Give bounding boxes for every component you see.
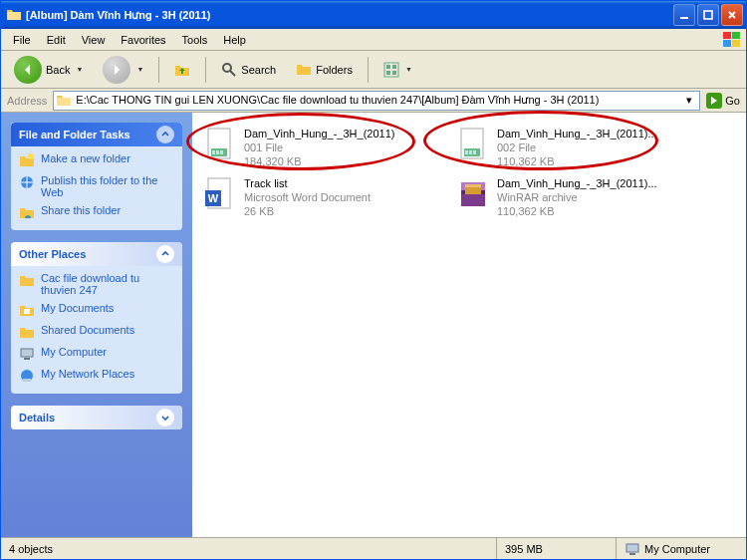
panel-title: Details [19, 412, 55, 423]
up-button[interactable] [167, 58, 197, 82]
file-type: WinRAR archive [497, 190, 657, 204]
close-button[interactable] [721, 4, 743, 26]
menu-file[interactable]: File [5, 32, 39, 48]
panel-title: Other Places [19, 248, 86, 260]
place-my-computer[interactable]: My Computer [19, 346, 174, 362]
task-label: My Network Places [41, 368, 134, 380]
status-location: My Computer [617, 538, 746, 559]
task-label: Publish this folder to the Web [41, 174, 174, 198]
chevron-down-icon: ▼ [405, 66, 412, 73]
panel-heading[interactable]: Other Places [11, 242, 182, 266]
go-button[interactable]: Go [706, 93, 740, 109]
panel-other-places: Other Places Cac file download tu thuvie… [11, 242, 182, 394]
up-folder-icon [174, 62, 190, 78]
search-button[interactable]: Search [214, 58, 283, 82]
toolbar-separator [205, 57, 206, 83]
svg-rect-24 [220, 150, 223, 154]
svg-rect-17 [24, 358, 30, 360]
file-size: 184,320 KB [244, 154, 394, 168]
forward-icon [103, 56, 130, 84]
search-label: Search [241, 64, 276, 76]
computer-icon [624, 541, 640, 557]
file-item[interactable]: W Track listMicrosoft Word Document26 KB [200, 174, 445, 220]
place-parent-folder[interactable]: Cac file download tu thuvien 247 [19, 272, 174, 296]
expand-icon [156, 409, 174, 426]
menu-edit[interactable]: Edit [39, 32, 74, 48]
address-bar: Address E:\Cac THONG TIN gui LEN XUONG\C… [1, 89, 746, 113]
file-item[interactable]: Dam_Vinh_Hung_-_3H_(2011)...002 File110,… [453, 125, 698, 170]
chevron-down-icon: ▼ [136, 66, 143, 73]
panel-details: Details [11, 406, 182, 429]
place-my-documents[interactable]: My Documents [19, 302, 174, 318]
forward-button[interactable]: ▼ [96, 52, 150, 88]
address-path: E:\Cac THONG TIN gui LEN XUONG\Cac file … [76, 94, 677, 107]
svg-rect-0 [680, 17, 688, 19]
file-icon [202, 127, 238, 162]
title-bar: [Album] Dàm Vĩnh Hưng - 3H (2011) [1, 1, 746, 29]
folder-icon [19, 272, 35, 288]
back-icon [14, 56, 42, 84]
folders-button[interactable]: Folders [289, 58, 360, 82]
menu-help[interactable]: Help [215, 32, 254, 48]
panel-heading[interactable]: Details [11, 406, 182, 429]
file-item[interactable]: Dam_Vinh_Hung_-_3H_(2011)001 File184,320… [200, 125, 445, 170]
views-button[interactable]: ▼ [376, 58, 419, 82]
file-name: Dam_Vinh_Hung_-_3H_(2011)... [497, 176, 657, 190]
task-label: My Computer [41, 346, 107, 358]
windows-flag-icon [722, 31, 742, 49]
place-network-places[interactable]: My Network Places [19, 368, 174, 384]
task-make-new-folder[interactable]: Make a new folder [19, 152, 174, 168]
collapse-icon [156, 245, 174, 263]
globe-icon [19, 174, 35, 190]
svg-rect-15 [24, 309, 30, 314]
minimize-button[interactable] [673, 4, 695, 26]
panel-file-folder-tasks: File and Folder Tasks Make a new folder … [11, 123, 182, 230]
svg-point-13 [28, 153, 34, 159]
svg-rect-22 [212, 150, 215, 154]
file-name: Dam_Vinh_Hung_-_3H_(2011)... [497, 127, 657, 140]
file-item[interactable]: Dam_Vinh_Hung_-_3H_(2011)...WinRAR archi… [453, 174, 698, 220]
go-icon [706, 93, 722, 109]
search-icon [221, 62, 237, 78]
share-icon [19, 204, 35, 220]
file-name: Track list [244, 176, 371, 190]
svg-rect-10 [386, 71, 390, 75]
chevron-down-icon: ▼ [76, 66, 83, 73]
views-icon [383, 62, 399, 78]
svg-rect-4 [723, 40, 731, 47]
svg-rect-37 [465, 184, 481, 187]
menu-view[interactable]: View [74, 32, 114, 48]
toolbar: Back ▼ ▼ Search Folders ▼ [1, 51, 746, 89]
shared-folder-icon [19, 324, 35, 340]
window-title: [Album] Dàm Vĩnh Hưng - 3H (2011) [26, 9, 673, 22]
svg-rect-19 [23, 379, 31, 382]
rar-file-icon [455, 176, 491, 212]
toolbar-separator [368, 57, 369, 83]
svg-rect-8 [386, 65, 390, 69]
address-input[interactable]: E:\Cac THONG TIN gui LEN XUONG\Cac file … [53, 91, 700, 111]
panel-heading[interactable]: File and Folder Tasks [11, 123, 182, 146]
task-label: My Documents [41, 302, 114, 314]
file-size: 26 KB [244, 204, 371, 218]
svg-rect-5 [732, 40, 740, 47]
address-dropdown-icon[interactable]: ▾ [681, 94, 697, 107]
maximize-button[interactable] [697, 4, 719, 26]
svg-rect-23 [216, 150, 219, 154]
svg-rect-3 [732, 32, 740, 39]
svg-text:W: W [208, 192, 219, 204]
file-type: 002 File [497, 140, 657, 154]
task-share-folder[interactable]: Share this folder [19, 204, 174, 220]
file-list[interactable]: Dam_Vinh_Hung_-_3H_(2011)001 File184,320… [192, 113, 746, 537]
menu-tools[interactable]: Tools [174, 32, 216, 48]
back-label: Back [46, 64, 70, 76]
place-shared-documents[interactable]: Shared Documents [19, 324, 174, 340]
file-type: Microsoft Word Document [244, 190, 371, 204]
word-file-icon: W [202, 176, 238, 212]
address-label: Address [7, 95, 47, 107]
back-button[interactable]: Back ▼ [7, 52, 90, 88]
folder-icon [56, 93, 72, 109]
collapse-icon [156, 126, 174, 143]
menu-favorites[interactable]: Favorites [113, 32, 173, 48]
task-publish-folder[interactable]: Publish this folder to the Web [19, 174, 174, 198]
panel-title: File and Folder Tasks [19, 129, 130, 140]
